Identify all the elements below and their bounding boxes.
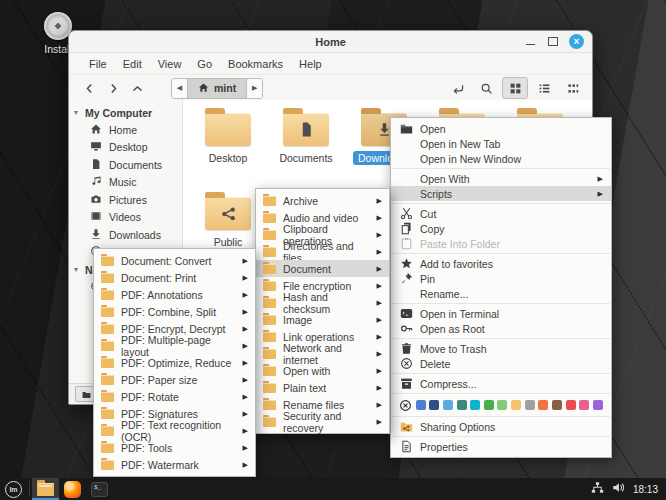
- sidebar-item-home[interactable]: Home: [69, 121, 182, 139]
- document-item-document-print[interactable]: Document: Print▶: [94, 269, 255, 286]
- document-item-pdf-annotations[interactable]: PDF: Annotations▶: [94, 286, 255, 303]
- menubar-item-view[interactable]: View: [150, 56, 190, 72]
- sidebar-item-desktop[interactable]: Desktop: [69, 139, 182, 157]
- color-swatch-3[interactable]: [443, 400, 453, 410]
- up-button[interactable]: [125, 78, 149, 98]
- maximize-button[interactable]: [546, 35, 560, 49]
- menu-item-open-as-root[interactable]: Open as Root: [391, 321, 611, 336]
- mint-menu-button[interactable]: lm: [0, 478, 27, 500]
- menu-item-label: PDF: Tools: [121, 442, 172, 454]
- menu-item-open-in-terminal[interactable]: Open in Terminal: [391, 306, 611, 321]
- sidebar-item-downloads[interactable]: Downloads: [69, 226, 182, 244]
- menu-item-open-in-new-tab[interactable]: Open in New Tab: [391, 136, 611, 151]
- menu-item-delete[interactable]: Delete: [391, 356, 611, 371]
- properties-icon: [399, 440, 413, 454]
- scripts-item-plain-text[interactable]: Plain text▶: [256, 379, 389, 396]
- titlebar[interactable]: Home ×: [69, 31, 592, 53]
- list-view-button[interactable]: [532, 78, 556, 98]
- breadcrumb-prev-button[interactable]: ◀: [172, 79, 187, 98]
- color-swatch-4[interactable]: [457, 400, 467, 410]
- color-swatch-6[interactable]: [484, 400, 494, 410]
- menu-item-open-with[interactable]: Open With▶: [391, 171, 611, 186]
- scripts-item-directories-and-files[interactable]: Directories and files▶: [256, 243, 389, 260]
- color-swatch-9[interactable]: [525, 400, 535, 410]
- menu-item-add-to-favorites[interactable]: Add to favorites: [391, 256, 611, 271]
- menu-item-open[interactable]: Open: [391, 121, 611, 136]
- menu-item-open-in-new-window[interactable]: Open in New Window: [391, 151, 611, 166]
- color-swatch-13[interactable]: [579, 400, 589, 410]
- network-tray-icon[interactable]: [591, 480, 604, 498]
- taskbar-files-button[interactable]: [32, 478, 59, 500]
- sidebar-item-pictures[interactable]: Pictures: [69, 191, 182, 209]
- color-swatch-7[interactable]: [497, 400, 507, 410]
- scripts-item-image[interactable]: Image▶: [256, 311, 389, 328]
- window-title: Home: [69, 36, 592, 48]
- menu-item-label: PDF: Paper size: [121, 374, 197, 386]
- sidebar-item-videos[interactable]: Videos: [69, 209, 182, 227]
- desktop-wallpaper[interactable]: Install Home × FileEditViewGoBookmarksHe…: [0, 0, 666, 500]
- sidebar-item-documents[interactable]: Documents: [69, 156, 182, 174]
- document-item-document-convert[interactable]: Document: Convert▶: [94, 252, 255, 269]
- menubar-item-bookmarks[interactable]: Bookmarks: [220, 56, 291, 72]
- menu-item-label: PDF: Rotate: [121, 391, 179, 403]
- sidebar-item-music[interactable]: Music: [69, 174, 182, 192]
- clear-color-button[interactable]: [399, 399, 412, 412]
- menubar-item-help[interactable]: Help: [291, 56, 330, 72]
- menu-item-cut[interactable]: Cut: [391, 206, 611, 221]
- breadcrumb-next-button[interactable]: ▶: [247, 79, 262, 98]
- document-item-pdf-paper-size[interactable]: PDF: Paper size▶: [94, 371, 255, 388]
- menubar-item-edit[interactable]: Edit: [115, 56, 150, 72]
- forward-button[interactable]: [101, 78, 125, 98]
- taskbar-terminal-button[interactable]: $_: [86, 478, 113, 500]
- document-item-pdf-tools[interactable]: PDF: Tools▶: [94, 439, 255, 456]
- document-item-pdf-watermark[interactable]: PDF: Watermark▶: [94, 456, 255, 473]
- folder-icon: [205, 113, 251, 146]
- document-item-pdf-rotate[interactable]: PDF: Rotate▶: [94, 388, 255, 405]
- location-entry-button[interactable]: [446, 78, 470, 98]
- color-swatch-14[interactable]: [593, 400, 603, 410]
- menu-item-compress[interactable]: Compress...: [391, 376, 611, 391]
- scripts-item-hash-and-checksum[interactable]: Hash and checksum▶: [256, 294, 389, 311]
- color-swatch-8[interactable]: [511, 400, 521, 410]
- file-item-public[interactable]: Public: [193, 192, 263, 250]
- menu-item-label: Pin: [420, 273, 435, 285]
- document-item-pdf-combine-split[interactable]: PDF: Combine, Split▶: [94, 303, 255, 320]
- menu-item-move-to-trash[interactable]: Move to Trash: [391, 341, 611, 356]
- menubar-item-file[interactable]: File: [81, 56, 115, 72]
- scripts-item-security-and-recovery[interactable]: Security and recovery▶: [256, 413, 389, 430]
- scripts-item-document[interactable]: Document▶: [256, 260, 389, 277]
- color-swatch-12[interactable]: [566, 400, 576, 410]
- search-button[interactable]: [474, 78, 498, 98]
- back-button[interactable]: [77, 78, 101, 98]
- menu-item-properties[interactable]: Properties: [391, 439, 611, 454]
- sidebar-section-my-computer[interactable]: ▾My Computer: [69, 104, 182, 121]
- color-swatch-11[interactable]: [552, 400, 562, 410]
- color-swatch-1[interactable]: [416, 400, 426, 410]
- document-item-pdf-multiple-page-layout[interactable]: PDF: Multiple-page layout▶: [94, 337, 255, 354]
- menu-item-sharing-options[interactable]: Sharing Options: [391, 419, 611, 434]
- file-label: Desktop: [204, 151, 253, 165]
- breadcrumb-current[interactable]: mint: [187, 79, 247, 98]
- scripts-item-archive[interactable]: Archive▶: [256, 192, 389, 209]
- scripts-item-network-and-internet[interactable]: Network and internet▶: [256, 345, 389, 362]
- grid-view-button[interactable]: [502, 77, 528, 99]
- color-swatch-5[interactable]: [470, 400, 480, 410]
- scripts-item-open-with[interactable]: Open with▶: [256, 362, 389, 379]
- document-item-pdf-text-recognition-ocr[interactable]: PDF: Text recognition (OCR)▶: [94, 422, 255, 439]
- compact-view-button[interactable]: [560, 78, 584, 98]
- menu-item-rename[interactable]: Rename...: [391, 286, 611, 301]
- file-item-documents[interactable]: Documents: [271, 108, 341, 166]
- volume-tray-icon[interactable]: [612, 480, 625, 498]
- taskbar-clock[interactable]: 18:13: [633, 484, 658, 495]
- file-item-desktop[interactable]: Desktop: [193, 108, 263, 166]
- close-button[interactable]: ×: [569, 34, 584, 49]
- color-swatch-10[interactable]: [538, 400, 548, 410]
- taskbar-firefox-button[interactable]: [59, 478, 86, 500]
- minimize-button[interactable]: [523, 35, 537, 49]
- menu-item-scripts[interactable]: Scripts▶: [391, 186, 611, 201]
- menubar-item-go[interactable]: Go: [189, 56, 220, 72]
- menu-item-pin[interactable]: Pin: [391, 271, 611, 286]
- color-swatch-2[interactable]: [429, 400, 439, 410]
- document-item-pdf-optimize-reduce[interactable]: PDF: Optimize, Reduce▶: [94, 354, 255, 371]
- menu-item-copy[interactable]: Copy: [391, 221, 611, 236]
